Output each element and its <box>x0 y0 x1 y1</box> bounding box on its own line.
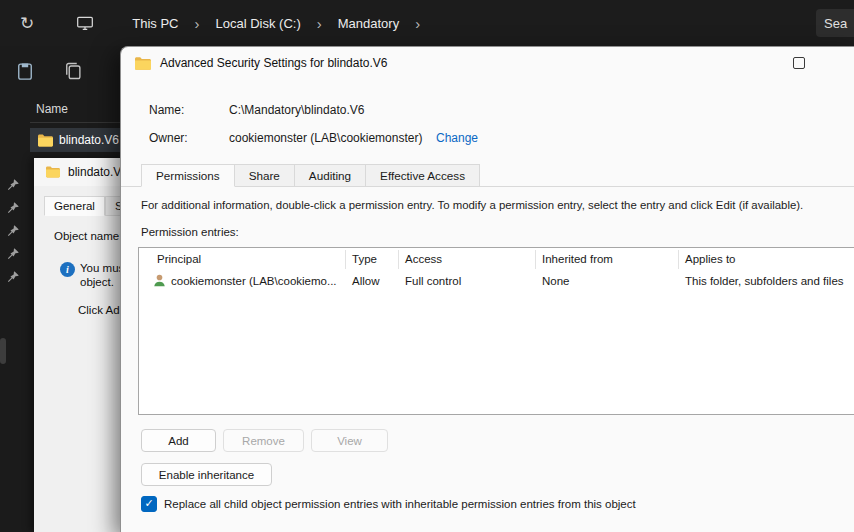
properties-dialog: blindato.V General Sha Object name: i Yo… <box>34 158 126 532</box>
folder-icon <box>46 166 60 178</box>
scroll-indicator[interactable] <box>0 338 6 364</box>
refresh-icon[interactable]: ↻ <box>20 13 34 34</box>
file-list-item-label: blindato.V6 <box>59 133 119 147</box>
column-header-name[interactable]: Name <box>36 102 68 116</box>
pin-icon[interactable] <box>6 224 20 238</box>
cell-applies-to: This folder, subfolders and files <box>685 275 844 287</box>
replace-child-permissions-label: Replace all child object permission entr… <box>164 498 636 510</box>
properties-dialog-titlebar[interactable]: blindato.V <box>34 158 126 186</box>
add-button[interactable]: Add <box>141 429 216 452</box>
info-icon: i <box>60 262 75 277</box>
column-divider <box>398 250 399 269</box>
properties-dialog-title: blindato.V <box>68 165 121 179</box>
column-separator <box>30 122 120 123</box>
this-pc-icon[interactable] <box>72 10 98 36</box>
column-inherited-from[interactable]: Inherited from <box>542 253 613 265</box>
replace-child-permissions-row: ✓ Replace all child object permission en… <box>141 496 636 512</box>
tab-auditing[interactable]: Auditing <box>295 164 366 187</box>
owner-value: cookiemonster (LAB\cookiemonster) <box>229 131 422 145</box>
column-access[interactable]: Access <box>405 253 442 265</box>
pin-icon[interactable] <box>6 247 20 261</box>
breadcrumb: This PC › Local Disk (C:) › Mandatory › <box>124 12 428 35</box>
pin-icon[interactable] <box>6 178 20 192</box>
name-value: C:\Mandatory\blindato.V6 <box>229 103 364 117</box>
dialog-titlebar[interactable]: Advanced Security Settings for blindato.… <box>121 47 854 79</box>
user-icon <box>152 273 167 288</box>
cell-type: Allow <box>352 275 379 287</box>
folder-icon <box>135 57 151 70</box>
breadcrumb-this-pc[interactable]: This PC <box>124 12 186 35</box>
owner-label: Owner: <box>149 131 188 145</box>
dialog-title: Advanced Security Settings for blindato.… <box>160 56 387 70</box>
view-button[interactable]: View <box>311 429 388 452</box>
name-label: Name: <box>149 103 184 117</box>
pin-icon[interactable] <box>6 270 20 284</box>
monitor-icon <box>76 14 94 32</box>
column-divider <box>535 250 536 269</box>
explorer-toolbar <box>14 60 84 82</box>
replace-child-permissions-checkbox[interactable]: ✓ <box>141 496 157 512</box>
table-header: Principal Type Access Inherited from App… <box>139 248 854 271</box>
pin-icon[interactable] <box>6 201 20 215</box>
object-name-label: Object name: <box>54 230 122 242</box>
tab-effective-access[interactable]: Effective Access <box>366 164 480 187</box>
column-principal[interactable]: Principal <box>157 253 201 265</box>
cell-principal: cookiemonster (LAB\cookiemo... <box>171 275 337 287</box>
permission-entries-label: Permission entries: <box>141 226 239 238</box>
remove-button[interactable]: Remove <box>223 429 304 452</box>
column-divider <box>678 250 679 269</box>
folder-icon <box>38 134 53 147</box>
info-text-line3: Click Ad <box>78 304 120 316</box>
column-applies-to[interactable]: Applies to <box>685 253 736 265</box>
advanced-security-dialog: Advanced Security Settings for blindato.… <box>120 46 854 532</box>
maximize-button[interactable] <box>777 47 821 79</box>
permissions-instructions: For additional information, double-click… <box>141 199 853 211</box>
cell-inherited-from: None <box>542 275 570 287</box>
chevron-right-icon[interactable]: › <box>186 15 207 32</box>
maximize-icon <box>793 57 805 69</box>
column-divider <box>345 250 346 269</box>
explorer-address-bar: ↻ This PC › Local Disk (C:) › Mandatory … <box>0 0 854 46</box>
change-owner-link[interactable]: Change <box>436 131 478 145</box>
chevron-right-icon[interactable]: › <box>407 15 428 32</box>
tab-general[interactable]: General <box>44 196 105 216</box>
enable-inheritance-button[interactable]: Enable inheritance <box>141 463 272 486</box>
info-text-line2: object. <box>80 276 114 288</box>
table-row[interactable]: cookiemonster (LAB\cookiemo... Allow Ful… <box>139 271 854 292</box>
dialog-tabs: Permissions Share Auditing Effective Acc… <box>141 164 480 187</box>
info-text-line1: You mus <box>80 262 124 274</box>
copy-icon[interactable] <box>62 60 84 82</box>
screen: ↻ This PC › Local Disk (C:) › Mandatory … <box>0 0 854 532</box>
file-list-item-blindato[interactable]: blindato.V6 <box>30 128 120 152</box>
breadcrumb-mandatory[interactable]: Mandatory <box>330 12 407 35</box>
tab-permissions[interactable]: Permissions <box>141 164 235 187</box>
cell-access: Full control <box>405 275 461 287</box>
search-input[interactable]: Sea <box>816 9 854 37</box>
column-type[interactable]: Type <box>352 253 377 265</box>
breadcrumb-local-disk-c[interactable]: Local Disk (C:) <box>207 12 308 35</box>
permission-entries-table[interactable]: Principal Type Access Inherited from App… <box>138 247 854 415</box>
tab-share[interactable]: Share <box>235 164 295 187</box>
clipboard-icon[interactable] <box>14 60 36 82</box>
chevron-right-icon[interactable]: › <box>309 15 330 32</box>
search-text: Sea <box>824 16 847 31</box>
